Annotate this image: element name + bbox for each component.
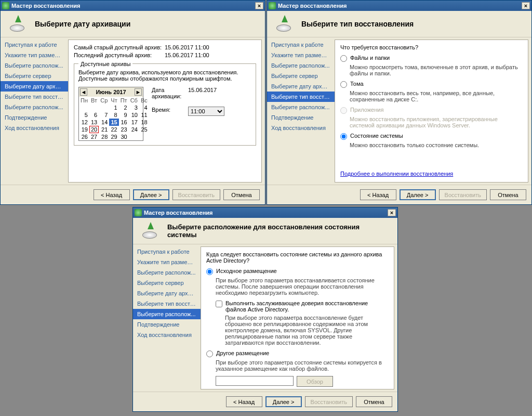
main-panel: Куда следует восстановить состояние сист… (201, 246, 394, 389)
cal-day[interactable]: 18 (139, 119, 149, 126)
sidebar-item[interactable]: Выберите сервер (267, 71, 335, 81)
sidebar-item[interactable]: Подтверждение (133, 319, 201, 330)
cal-day[interactable]: 26 (79, 133, 89, 140)
page-heading: Выберите тип восстановления (301, 20, 414, 28)
wizard-icon (274, 16, 295, 32)
radio-original-location[interactable] (206, 268, 213, 275)
cal-day[interactable]: 15 (109, 119, 118, 126)
cal-day[interactable]: 19 (79, 126, 89, 133)
cal-day[interactable]: 25 (139, 126, 149, 133)
cal-day[interactable]: 9 (119, 111, 129, 119)
cal-day[interactable]: 11 (139, 111, 149, 119)
sidebar-item[interactable]: Выберите располож... (1, 60, 68, 71)
header: Выберите расположение для восстановления… (133, 218, 397, 244)
back-button[interactable]: < Назад (94, 189, 130, 200)
back-button[interactable]: < Назад (360, 189, 396, 200)
radio-files[interactable] (340, 55, 347, 62)
dialog-recover-location: Мастер восстановления × Выберите располо… (132, 207, 398, 412)
fieldset-legend: Доступные архивы (78, 61, 132, 67)
cal-prev-icon[interactable]: ◄ (80, 88, 87, 96)
sidebar-item[interactable]: Приступая к работе (1, 40, 68, 50)
sidebar: Приступая к работеУкажите тип размещ...В… (267, 37, 335, 185)
cal-day[interactable]: 16 (119, 119, 129, 126)
sidebar-item[interactable]: Укажите тип размещ... (267, 50, 335, 60)
cal-day[interactable]: 22 (109, 126, 118, 133)
cal-day[interactable]: 10 (129, 111, 139, 119)
radio-system-state[interactable] (340, 133, 347, 140)
sidebar-item[interactable]: Выберите сервер (133, 278, 201, 288)
radio-apps (340, 107, 347, 114)
close-icon[interactable]: × (522, 2, 530, 9)
sidebar-item[interactable]: Выберите дату архив... (133, 288, 201, 298)
question: Что требуется восстановить? (340, 44, 523, 50)
cal-next-icon[interactable]: ► (135, 88, 142, 96)
sidebar-item[interactable]: Подтверждение (267, 112, 335, 123)
close-icon[interactable]: × (388, 209, 396, 216)
sidebar-item[interactable]: Ход восстановления (1, 123, 68, 133)
sidebar-item[interactable]: Выберите дату архив... (1, 81, 68, 92)
cal-day[interactable]: 2 (119, 104, 129, 111)
app-icon (2, 2, 9, 9)
back-button[interactable]: < Назад (226, 396, 262, 407)
sidebar-item[interactable]: Выберите дату архив... (267, 81, 335, 92)
sidebar-item[interactable]: Укажите тип размещ... (1, 50, 68, 60)
radio-other-location[interactable] (206, 350, 213, 357)
cal-day[interactable]: 23 (119, 126, 129, 133)
cal-day[interactable]: 20 (89, 126, 99, 133)
titlebar[interactable]: Мастер восстановления × (267, 1, 531, 11)
cal-day (129, 133, 139, 140)
sidebar-item[interactable]: Выберите располож... (267, 60, 335, 71)
cancel-button[interactable]: Отмена (490, 189, 526, 200)
close-icon[interactable]: × (255, 2, 263, 9)
cancel-button[interactable]: Отмена (223, 189, 260, 200)
sidebar-item[interactable]: Выберите сервер (1, 71, 68, 81)
cal-day[interactable]: 29 (109, 133, 118, 140)
cal-day (89, 104, 99, 111)
next-button[interactable]: Далее > (265, 396, 302, 407)
cal-day[interactable]: 4 (139, 104, 149, 111)
radio-volumes[interactable] (340, 81, 347, 88)
next-button[interactable]: Далее > (400, 189, 436, 200)
sidebar-item[interactable]: Выберите располож... (267, 102, 335, 112)
learn-more-link[interactable]: Подробнее о выполнении восстановления (340, 171, 453, 177)
cal-day[interactable]: 7 (99, 111, 109, 119)
cal-day[interactable]: 28 (99, 133, 109, 140)
cal-day[interactable]: 5 (79, 111, 89, 119)
radio-files-label: Файлы и папки (350, 55, 390, 61)
cal-day[interactable]: 14 (99, 119, 109, 126)
cal-day[interactable]: 6 (89, 111, 99, 119)
sidebar-item[interactable]: Ход восстановления (267, 123, 335, 133)
archive-date-label: Дата архивации: (152, 87, 188, 99)
cal-day[interactable]: 8 (109, 111, 118, 119)
sidebar-item[interactable]: Приступая к работе (133, 246, 201, 257)
sidebar-item[interactable]: Выберите тип восста... (133, 298, 201, 309)
main-panel: Что требуется восстановить? Файлы и папк… (335, 40, 528, 183)
sidebar-item[interactable]: Ход восстановления (133, 330, 201, 340)
time-select[interactable]: 11:00 (188, 107, 224, 116)
cal-day[interactable]: 30 (119, 133, 129, 140)
newest-label: Последний доступный архив: (74, 52, 165, 58)
sidebar-item[interactable]: Выберите располож... (1, 102, 68, 112)
sidebar-item[interactable]: Подтверждение (1, 112, 68, 123)
cal-day[interactable]: 1 (109, 104, 118, 111)
cal-day[interactable]: 3 (129, 104, 139, 111)
cal-day[interactable]: 12 (79, 119, 89, 126)
radio-original-label: Исходное размещение (216, 268, 277, 274)
cal-day[interactable]: 13 (89, 119, 99, 126)
cal-day[interactable]: 27 (89, 133, 99, 140)
titlebar[interactable]: Мастер восстановления × (1, 1, 265, 11)
calendar[interactable]: ◄ Июнь 2017 ► ПнВтСрЧтПтСбВс123456789101… (78, 87, 143, 141)
sidebar-item[interactable]: Выберите тип восста... (267, 92, 335, 102)
titlebar[interactable]: Мастер восстановления × (133, 207, 397, 218)
cal-day[interactable]: 21 (99, 126, 109, 133)
cancel-button[interactable]: Отмена (356, 396, 392, 407)
cal-day[interactable]: 17 (129, 119, 139, 126)
sidebar-item[interactable]: Приступая к работе (267, 40, 335, 50)
sidebar-item[interactable]: Выберите располож... (133, 309, 201, 319)
sidebar-item[interactable]: Укажите тип размещ... (133, 257, 201, 267)
sidebar-item[interactable]: Выберите тип восста... (1, 92, 68, 102)
next-button[interactable]: Далее > (133, 189, 169, 200)
cal-day[interactable]: 24 (129, 126, 139, 133)
checkbox-authoritative[interactable] (216, 301, 222, 307)
sidebar-item[interactable]: Выберите располож... (133, 267, 201, 278)
